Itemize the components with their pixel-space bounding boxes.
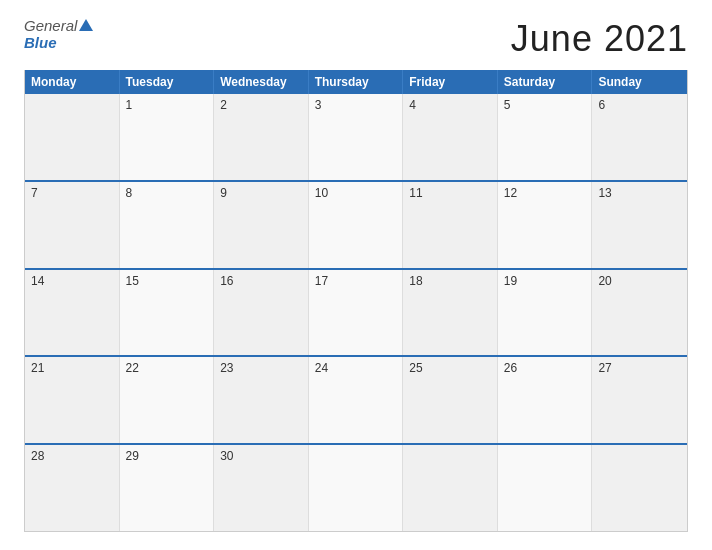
day-number: 1 — [126, 98, 133, 112]
day-number: 6 — [598, 98, 605, 112]
day-number: 22 — [126, 361, 139, 375]
day-number: 7 — [31, 186, 38, 200]
calendar-cell-week3-day7: 20 — [592, 270, 687, 356]
calendar-cell-week1-day5: 4 — [403, 94, 498, 180]
calendar-cell-week3-day1: 14 — [25, 270, 120, 356]
day-number: 15 — [126, 274, 139, 288]
calendar-cell-week4-day6: 26 — [498, 357, 593, 443]
calendar-cell-week4-day4: 24 — [309, 357, 404, 443]
day-number: 10 — [315, 186, 328, 200]
calendar-cell-week5-day6 — [498, 445, 593, 531]
calendar-cell-week3-day6: 19 — [498, 270, 593, 356]
day-number: 25 — [409, 361, 422, 375]
calendar-cell-week1-day1 — [25, 94, 120, 180]
calendar-cell-week4-day5: 25 — [403, 357, 498, 443]
calendar-row-3: 14151617181920 — [25, 270, 687, 358]
calendar-cell-week4-day3: 23 — [214, 357, 309, 443]
calendar-cell-week1-day7: 6 — [592, 94, 687, 180]
calendar-cell-week2-day3: 9 — [214, 182, 309, 268]
calendar-cell-week3-day4: 17 — [309, 270, 404, 356]
calendar-cell-week3-day5: 18 — [403, 270, 498, 356]
header-cell-thursday: Thursday — [309, 70, 404, 94]
day-number: 20 — [598, 274, 611, 288]
calendar-row-4: 21222324252627 — [25, 357, 687, 445]
day-number: 17 — [315, 274, 328, 288]
day-number: 12 — [504, 186, 517, 200]
logo-blue-text: Blue — [24, 35, 57, 52]
calendar-row-1: 123456 — [25, 94, 687, 182]
logo-general-text: General — [24, 18, 93, 35]
day-number: 5 — [504, 98, 511, 112]
day-number: 16 — [220, 274, 233, 288]
day-number: 4 — [409, 98, 416, 112]
logo-triangle-icon — [79, 19, 93, 31]
day-number: 24 — [315, 361, 328, 375]
calendar-cell-week5-day3: 30 — [214, 445, 309, 531]
calendar-cell-week2-day5: 11 — [403, 182, 498, 268]
calendar: MondayTuesdayWednesdayThursdayFridaySatu… — [24, 70, 688, 532]
day-number: 30 — [220, 449, 233, 463]
day-number: 3 — [315, 98, 322, 112]
calendar-row-2: 78910111213 — [25, 182, 687, 270]
calendar-cell-week4-day1: 21 — [25, 357, 120, 443]
calendar-body: 1234567891011121314151617181920212223242… — [25, 94, 687, 531]
calendar-cell-week3-day2: 15 — [120, 270, 215, 356]
calendar-cell-week2-day2: 8 — [120, 182, 215, 268]
day-number: 28 — [31, 449, 44, 463]
logo: General Blue — [24, 18, 93, 51]
day-number: 13 — [598, 186, 611, 200]
calendar-title: June 2021 — [511, 18, 688, 60]
header-cell-tuesday: Tuesday — [120, 70, 215, 94]
header-cell-monday: Monday — [25, 70, 120, 94]
calendar-cell-week5-day7 — [592, 445, 687, 531]
header-cell-sunday: Sunday — [592, 70, 687, 94]
day-number: 18 — [409, 274, 422, 288]
calendar-cell-week2-day1: 7 — [25, 182, 120, 268]
day-number: 27 — [598, 361, 611, 375]
header-cell-saturday: Saturday — [498, 70, 593, 94]
day-number: 11 — [409, 186, 422, 200]
day-number: 19 — [504, 274, 517, 288]
day-number: 2 — [220, 98, 227, 112]
day-number: 21 — [31, 361, 44, 375]
day-number: 29 — [126, 449, 139, 463]
header-cell-friday: Friday — [403, 70, 498, 94]
calendar-cell-week2-day7: 13 — [592, 182, 687, 268]
calendar-cell-week1-day2: 1 — [120, 94, 215, 180]
calendar-cell-week1-day4: 3 — [309, 94, 404, 180]
day-number: 8 — [126, 186, 133, 200]
calendar-cell-week4-day2: 22 — [120, 357, 215, 443]
calendar-cell-week5-day4 — [309, 445, 404, 531]
day-number: 23 — [220, 361, 233, 375]
calendar-cell-week5-day1: 28 — [25, 445, 120, 531]
calendar-header: MondayTuesdayWednesdayThursdayFridaySatu… — [25, 70, 687, 94]
page-header: General Blue June 2021 — [24, 18, 688, 60]
day-number: 26 — [504, 361, 517, 375]
calendar-cell-week1-day6: 5 — [498, 94, 593, 180]
calendar-cell-week5-day2: 29 — [120, 445, 215, 531]
calendar-cell-week5-day5 — [403, 445, 498, 531]
calendar-cell-week2-day6: 12 — [498, 182, 593, 268]
header-cell-wednesday: Wednesday — [214, 70, 309, 94]
calendar-cell-week2-day4: 10 — [309, 182, 404, 268]
calendar-cell-week1-day3: 2 — [214, 94, 309, 180]
calendar-row-5: 282930 — [25, 445, 687, 531]
day-number: 14 — [31, 274, 44, 288]
calendar-cell-week4-day7: 27 — [592, 357, 687, 443]
calendar-cell-week3-day3: 16 — [214, 270, 309, 356]
day-number: 9 — [220, 186, 227, 200]
